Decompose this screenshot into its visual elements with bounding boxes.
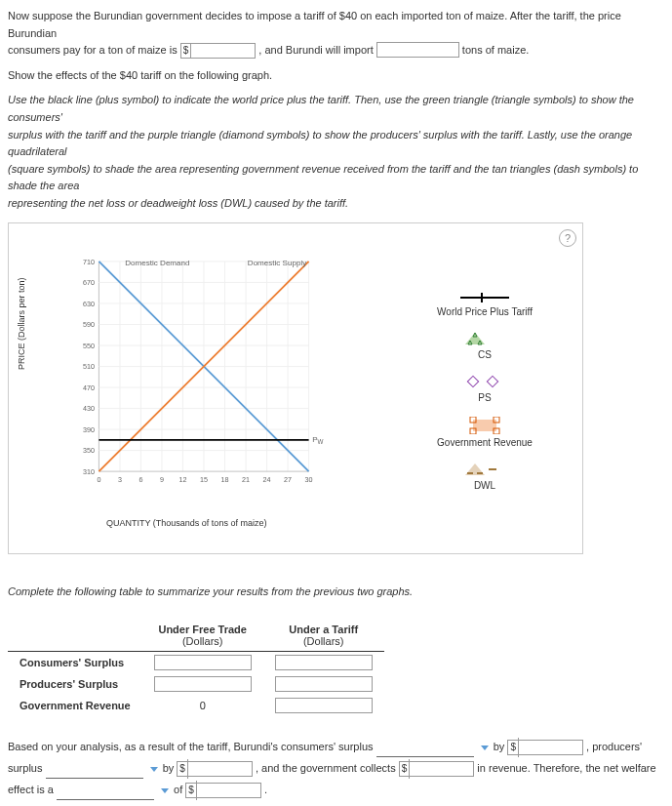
intro-text-1d: tons of maize. [462, 44, 529, 56]
svg-marker-47 [465, 333, 485, 344]
legend-ps[interactable]: PS [407, 374, 563, 403]
y-axis-label: PRICE (Dollars per ton) [17, 277, 26, 370]
legend-cs[interactable]: CS [407, 331, 563, 360]
gov-rev-input[interactable] [410, 762, 473, 776]
cs-free-input[interactable] [154, 655, 252, 670]
welfare-input[interactable] [197, 784, 260, 797]
intro-text-1a: Now suppose the Burundian government dec… [8, 10, 621, 39]
svg-text:18: 18 [221, 475, 229, 483]
ps-free-input[interactable] [154, 676, 252, 692]
intro-line2: Show the effects of the $40 tariff on th… [8, 67, 664, 85]
chevron-down-icon [161, 788, 169, 793]
svg-text:510: 510 [83, 363, 95, 371]
cs-tariff-input[interactable] [275, 655, 373, 670]
x-ticks: 0 3 6 9 12 15 18 21 24 27 30 [97, 475, 312, 483]
svg-text:15: 15 [200, 475, 208, 483]
svg-text:670: 670 [83, 279, 95, 287]
cs-change-input[interactable] [519, 741, 582, 754]
demand-label: Domestic Demand [125, 258, 189, 266]
legend-gr[interactable]: Government Revenue [407, 417, 563, 448]
svg-text:710: 710 [83, 258, 95, 265]
square-icon [465, 417, 504, 434]
dollar-prefix: $ [178, 759, 188, 779]
chart-svg: 310 350 390 430 470 510 550 590 630 670 … [58, 253, 350, 506]
ps-change-input[interactable] [188, 762, 252, 776]
svg-text:350: 350 [83, 447, 95, 455]
legend-wpt-label: World Price Plus Tariff [437, 306, 533, 317]
chevron-down-icon [481, 746, 489, 750]
conc-a: Based on your analysis, as a result of t… [8, 741, 374, 752]
conclusion: Based on your analysis, as a result of t… [8, 736, 664, 800]
conc-b: by [494, 741, 505, 752]
intro-paragraph: Now suppose the Burundian government dec… [8, 8, 664, 60]
instr-l3: (square symbols) to shade the area repre… [8, 163, 638, 192]
pw-label: PW [312, 434, 323, 445]
chart-area[interactable]: 310 350 390 430 470 510 550 590 630 670 … [58, 253, 350, 506]
svg-text:9: 9 [160, 475, 164, 483]
svg-text:27: 27 [284, 475, 292, 483]
svg-text:630: 630 [83, 300, 95, 307]
dropdown-welfare[interactable] [157, 788, 171, 793]
legend-gr-label: Government Revenue [437, 437, 533, 448]
plus-line-icon [460, 292, 509, 303]
legend-dwl[interactable]: DWL [407, 462, 563, 491]
instr-l4: representing the net loss or deadweight … [8, 197, 348, 209]
supply-label: Domestic Supply [248, 258, 306, 266]
y-ticks: 310 350 390 430 470 510 550 590 630 670 … [83, 258, 95, 475]
svg-rect-51 [467, 376, 478, 386]
dollar-prefix: $ [186, 781, 197, 800]
help-icon: ? [565, 232, 571, 244]
svg-text:0: 0 [97, 475, 100, 483]
svg-text:30: 30 [305, 475, 313, 483]
intro-text-1c: , and Burundi will import [258, 44, 373, 56]
diamond-icon [465, 374, 504, 389]
instructions: Use the black line (plus symbol) to indi… [8, 92, 664, 212]
col-tariff: Under a Tariff(Dollars) [263, 620, 384, 652]
dash-icon [465, 462, 504, 477]
svg-text:3: 3 [118, 475, 122, 483]
row-gr-label: Government Revenue [8, 695, 142, 716]
import-quantity-input[interactable] [376, 42, 459, 58]
cs-change-input-wrap: $ [507, 740, 583, 755]
dollar-prefix: $ [400, 759, 411, 779]
row-ps-label: Producers' Surplus [8, 673, 142, 695]
svg-text:550: 550 [83, 342, 95, 349]
conc-e: , and the government collects [256, 762, 396, 774]
legend-ps-label: PS [478, 392, 491, 403]
help-button[interactable]: ? [559, 229, 576, 247]
dropdown-cs-direction[interactable] [477, 746, 491, 750]
price-input[interactable] [191, 44, 255, 58]
conc-g: of [174, 784, 182, 795]
blank-2 [46, 767, 143, 779]
svg-text:6: 6 [138, 475, 142, 483]
svg-text:21: 21 [242, 475, 250, 483]
gov-rev-input-wrap: $ [399, 761, 475, 777]
table-row: Consumers' Surplus [8, 652, 384, 674]
dollar-prefix: $ [508, 738, 519, 757]
results-table: Under Free Trade(Dollars) Under a Tariff… [8, 620, 664, 716]
legend: World Price Plus Tariff CS PS Government… [407, 292, 563, 504]
ps-change-input-wrap: $ [177, 761, 253, 777]
legend-dwl-label: DWL [474, 480, 495, 491]
svg-text:390: 390 [83, 425, 95, 433]
row-cs-label: Consumers' Surplus [8, 652, 142, 674]
legend-wpt[interactable]: World Price Plus Tariff [407, 292, 563, 317]
gr-tariff-input[interactable] [275, 698, 373, 713]
instr-l1: Use the black line (plus symbol) to indi… [8, 94, 634, 123]
intro-text-1b: consumers pay for a ton of maize is [8, 44, 178, 56]
welfare-input-wrap: $ [185, 783, 261, 798]
legend-cs-label: CS [478, 349, 492, 360]
dropdown-ps-direction[interactable] [146, 767, 160, 772]
svg-rect-52 [487, 376, 497, 386]
svg-text:430: 430 [83, 405, 95, 413]
svg-text:590: 590 [83, 321, 95, 329]
gr-free-value: 0 [142, 695, 263, 716]
triangle-icon [465, 331, 504, 346]
table-prompt: Complete the following table to summariz… [8, 584, 664, 601]
ps-tariff-input[interactable] [275, 676, 373, 692]
graph-panel: ? PRICE (Dollars per ton) QUANTITY (Thou… [8, 222, 583, 554]
conc-h: . [264, 784, 267, 795]
instr-l2: surplus with the tariff and the purple t… [8, 129, 632, 158]
blank-1 [376, 746, 474, 757]
table-row: Producers' Surplus [8, 673, 384, 695]
